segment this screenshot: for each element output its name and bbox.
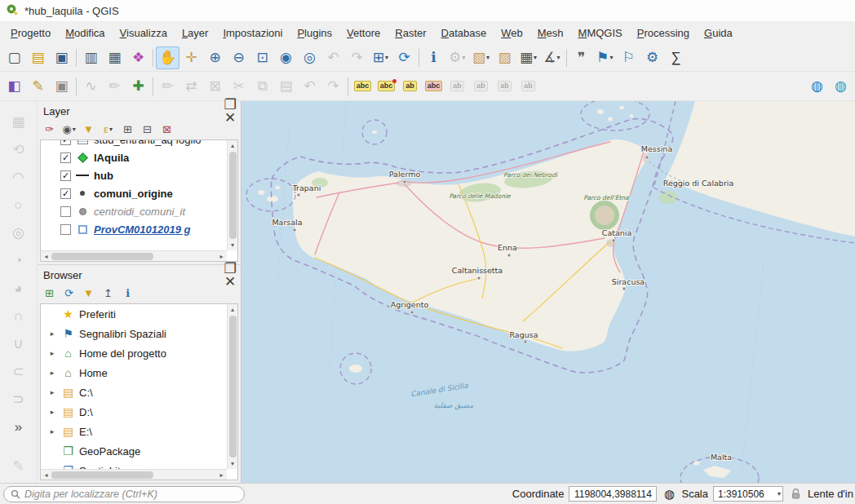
- collapse-all-browser-button[interactable]: ↥: [99, 284, 117, 302]
- layer-visibility-checkbox[interactable]: ✓: [60, 170, 71, 181]
- scroll-left-icon[interactable]: ◂: [41, 251, 51, 262]
- add-selected-layers-button[interactable]: ⊞: [40, 284, 59, 302]
- layer-visibility-checkbox[interactable]: ✓: [60, 153, 71, 163]
- zoom-to-selection-button[interactable]: ◉: [274, 46, 298, 69]
- ellipse-center-tool-button[interactable]: ◔: [7, 248, 31, 272]
- new-map-view-button[interactable]: ⊞▾: [369, 46, 392, 69]
- menu-layer[interactable]: Layer: [175, 23, 216, 43]
- refresh-map-button[interactable]: ⟳: [392, 46, 416, 69]
- menu-processing[interactable]: Processing: [630, 23, 697, 43]
- expander-icon[interactable]: ▸: [47, 427, 57, 435]
- open-project-button[interactable]: ▤: [26, 46, 50, 69]
- menu-plugins[interactable]: Plugins: [290, 23, 339, 43]
- digitize-with-curve-button[interactable]: ∿: [79, 75, 103, 98]
- zoom-out-button[interactable]: ⊖: [227, 46, 250, 69]
- stream-digitizing-button[interactable]: ✏: [103, 75, 126, 98]
- pin-labels-button[interactable]: ab: [398, 75, 422, 98]
- locator-search-input[interactable]: Digita per localizzare (Ctrl+K): [3, 486, 245, 502]
- scroll-right-icon[interactable]: ▸: [216, 251, 227, 262]
- scroll-down-icon[interactable]: ▾: [228, 458, 238, 469]
- new-print-layout-button[interactable]: ▥: [79, 46, 103, 69]
- zoom-last-button[interactable]: ↶: [321, 46, 345, 69]
- rotate-label-button[interactable]: ab: [469, 75, 493, 98]
- layer-item-hub[interactable]: ✓hub: [41, 166, 227, 184]
- browser-item-c[interactable]: ▸▤C:\: [41, 382, 227, 402]
- menu-visualizza[interactable]: Visualizza: [113, 23, 175, 43]
- browser-item-d[interactable]: ▸▤D:\: [41, 402, 227, 422]
- scroll-left-icon[interactable]: ◂: [41, 470, 51, 480]
- browser-item-geopackage[interactable]: ❒GeoPackage: [41, 441, 227, 461]
- show-bookmarks-button[interactable]: ⚐: [617, 46, 640, 69]
- identify-features-button[interactable]: ℹ: [422, 46, 445, 69]
- scroll-up-icon[interactable]: ▴: [228, 140, 238, 151]
- layer-labeling-options-button[interactable]: abc: [351, 75, 374, 98]
- geocoding-button[interactable]: ◍: [829, 75, 853, 98]
- open-layer-styling-button[interactable]: ✑: [40, 120, 59, 138]
- expander-icon[interactable]: ▸: [47, 349, 57, 357]
- layer-visibility-checkbox[interactable]: ✓: [60, 140, 71, 145]
- manage-map-themes-button[interactable]: ◉▾: [60, 120, 78, 138]
- refresh-browser-button[interactable]: ⟳: [60, 284, 78, 302]
- add-feature-button[interactable]: ✏: [156, 75, 179, 98]
- scroll-right-icon[interactable]: ▸: [216, 470, 227, 480]
- move-feature-button[interactable]: ⇄: [179, 75, 203, 98]
- style-manager-button[interactable]: ❖: [126, 46, 150, 69]
- browser-properties-button[interactable]: ℹ: [118, 284, 137, 302]
- new-bookmark-button[interactable]: ⚑▾: [593, 46, 617, 69]
- browser-item-spatialite[interactable]: ❒SpatiaLite: [41, 461, 227, 469]
- layer-visibility-checkbox[interactable]: [60, 224, 71, 235]
- pan-to-selection-button[interactable]: ✛: [179, 46, 203, 69]
- vertex-tool-button[interactable]: ✚: [126, 75, 150, 98]
- layer-diagram-options-button[interactable]: abc: [374, 75, 398, 98]
- current-edits-button[interactable]: ◧: [2, 75, 26, 98]
- filter-legend-button[interactable]: ▼: [79, 120, 98, 138]
- menu-guida[interactable]: Guida: [697, 23, 740, 43]
- browser-item-home[interactable]: ▸⌂Home: [41, 363, 227, 382]
- cut-features-button[interactable]: ✂: [227, 75, 250, 98]
- new-project-button[interactable]: ▢: [2, 46, 26, 69]
- browser-vertical-scrollbar[interactable]: ▴ ▾: [227, 304, 237, 469]
- highlight-labels-button[interactable]: abc: [422, 75, 445, 98]
- menu-mesh[interactable]: Mesh: [530, 23, 571, 43]
- menu-database[interactable]: Database: [434, 23, 494, 43]
- map-tips-button[interactable]: ❞: [569, 46, 593, 69]
- filter-legend-expression-button[interactable]: ε▾: [99, 120, 117, 138]
- processing-toolbox-button[interactable]: ⚙: [640, 46, 664, 69]
- browser-horizontal-scrollbar[interactable]: ◂ ▸: [41, 469, 227, 480]
- scale-lock-icon[interactable]: [788, 489, 803, 499]
- run-feature-action-button[interactable]: ⚙▾: [445, 46, 469, 69]
- undo-button[interactable]: ↶: [298, 75, 321, 98]
- zoom-full-button[interactable]: ⊡: [250, 46, 274, 69]
- redo-button[interactable]: ↷: [321, 75, 345, 98]
- layers-vertical-scrollbar[interactable]: ▴ ▾: [227, 140, 237, 250]
- expander-icon[interactable]: ▸: [47, 369, 57, 377]
- layout-manager-button[interactable]: ▦: [103, 46, 126, 69]
- annotation-tool-button[interactable]: ✎: [7, 453, 31, 478]
- deselect-features-button[interactable]: ▨: [493, 46, 516, 69]
- paste-features-button[interactable]: ▤: [274, 75, 298, 98]
- expand-all-button[interactable]: ⊞: [118, 120, 137, 138]
- copy-features-button[interactable]: ⧉: [250, 75, 274, 98]
- rectangle-3points-tool-button[interactable]: ∪: [7, 331, 31, 356]
- zoom-in-button[interactable]: ⊕: [203, 46, 227, 69]
- layer-item-laquila[interactable]: ✓lAquila: [41, 148, 227, 166]
- collapse-all-button[interactable]: ⊟: [138, 120, 157, 138]
- menu-web[interactable]: Web: [494, 23, 530, 43]
- zoom-to-layer-button[interactable]: ◎: [298, 46, 321, 69]
- layers-horizontal-scrollbar[interactable]: ◂ ▸: [41, 250, 227, 261]
- browser-item-preferiti[interactable]: ★Preferiti: [41, 304, 227, 324]
- regular-polygon-tool-button[interactable]: ⊂: [7, 359, 31, 383]
- rectangle-center-tool-button[interactable]: ∩: [7, 303, 31, 328]
- menu-raster[interactable]: Raster: [388, 23, 433, 43]
- change-label-properties-button[interactable]: ab: [493, 75, 516, 98]
- circle-3points-tool-button[interactable]: ◎: [7, 220, 31, 245]
- expander-icon[interactable]: ▸: [47, 388, 57, 396]
- menu-progetto[interactable]: Progetto: [3, 23, 58, 43]
- scroll-thumb[interactable]: [51, 471, 153, 479]
- browser-item-segnalibri-spaziali[interactable]: ▸⚑Segnalibri Spaziali: [41, 324, 227, 343]
- browser-item-home-del-progetto[interactable]: ▸⌂Home del progetto: [41, 343, 227, 363]
- expander-icon[interactable]: ▸: [47, 329, 57, 338]
- circle-2points-tool-button[interactable]: ○: [7, 192, 31, 217]
- menu-vettore[interactable]: Vettore: [339, 23, 388, 43]
- toolbar-overflow-button[interactable]: »: [7, 414, 31, 439]
